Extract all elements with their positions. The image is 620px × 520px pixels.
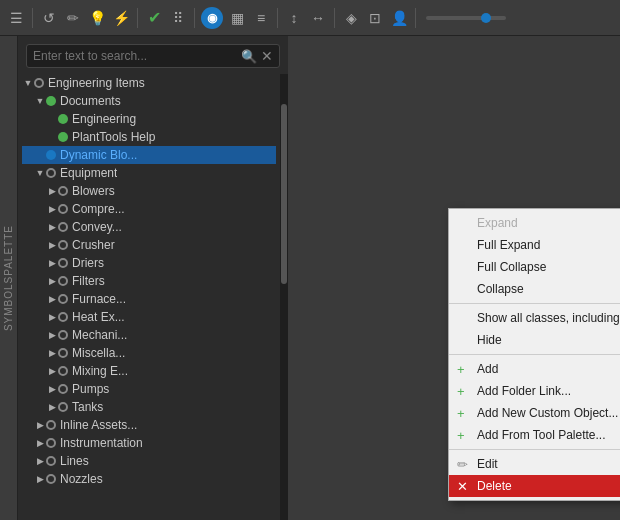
tree-item-filters[interactable]: ▶Filters [22,272,276,290]
tree-item-lines[interactable]: ▶Lines [22,452,276,470]
context-menu-label: Delete [477,479,512,493]
tree-item-engineering[interactable]: Engineering [22,110,276,128]
canvas-area[interactable]: ExpandFull ExpandFull CollapseCollapseSh… [288,36,620,520]
tree-dot-outline [46,168,56,178]
toolbar-separator-4 [277,8,278,28]
tree-item-inline-assets[interactable]: ▶Inline Assets... [22,416,276,434]
tree-item-nozzles[interactable]: ▶Nozzles [22,470,276,488]
shape-icon[interactable]: ◉ [201,7,223,29]
tree-item-tanks[interactable]: ▶Tanks [22,398,276,416]
context-menu-label: Add Folder Link... [477,384,571,398]
tree-arrow-icon[interactable]: ▶ [46,222,58,232]
refresh-icon[interactable]: ↺ [39,8,59,28]
grid2-icon[interactable]: ⊡ [365,8,385,28]
tree-arrow-icon[interactable]: ▶ [46,402,58,412]
tree-arrow-icon[interactable]: ▶ [46,204,58,214]
tree-arrow-icon[interactable]: ▼ [22,78,34,88]
tree-item-pumps[interactable]: ▶Pumps [22,380,276,398]
dots-icon[interactable]: ⠿ [168,8,188,28]
tree-item-instrumentation[interactable]: ▶Instrumentation [22,434,276,452]
tree-arrow-icon[interactable]: ▶ [34,420,46,430]
arrows-updown-icon[interactable]: ↕ [284,8,304,28]
tree-dot-outline [58,258,68,268]
tree-item-planttools[interactable]: PlantTools Help [22,128,276,146]
tree-arrow-icon[interactable]: ▶ [46,276,58,286]
context-menu-item-hide[interactable]: Hide [449,329,620,351]
tree-item-mixing-e[interactable]: ▶Mixing E... [22,362,276,380]
zoom-slider[interactable] [426,16,506,20]
tree-item-label: Filters [72,274,105,288]
bolt-icon[interactable]: ⚡ [111,8,131,28]
tree-item-label: Equipment [60,166,117,180]
tree-item-dynamic-blo[interactable]: Dynamic Blo... [22,146,276,164]
tree-arrow-icon[interactable]: ▶ [46,384,58,394]
layers-icon[interactable]: ◈ [341,8,361,28]
context-menu-icon: + [457,406,465,421]
tree-item-label: PlantTools Help [72,130,155,144]
menu-icon[interactable]: ☰ [6,8,26,28]
tree-item-label: Instrumentation [60,436,143,450]
tree-arrow-icon[interactable]: ▶ [34,438,46,448]
context-menu-item-add-folder-link[interactable]: +Add Folder Link... [449,380,620,402]
tree-arrow-icon[interactable]: ▶ [46,294,58,304]
scroll-track [280,74,288,520]
tree-item-convey[interactable]: ▶Convey... [22,218,276,236]
tree-arrow-icon[interactable]: ▶ [46,348,58,358]
tree-item-label: Tanks [72,400,103,414]
tree-item-equipment[interactable]: ▼Equipment [22,164,276,182]
tree-arrow-icon[interactable]: ▶ [46,258,58,268]
tree-arrow-icon[interactable]: ▶ [34,456,46,466]
tree-item-blowers[interactable]: ▶Blowers [22,182,276,200]
context-menu-item-collapse[interactable]: Collapse [449,278,620,300]
grid-icon[interactable]: ▦ [227,8,247,28]
context-menu-item-add-new-custom[interactable]: +Add New Custom Object...▶ [449,402,620,424]
bulb-icon[interactable]: 💡 [87,8,107,28]
context-menu-label: Add From Tool Palette... [477,428,606,442]
tree-item-furnace[interactable]: ▶Furnace... [22,290,276,308]
lines-icon[interactable]: ≡ [251,8,271,28]
user-icon[interactable]: 👤 [389,8,409,28]
tree-arrow-icon[interactable]: ▶ [46,240,58,250]
tree-arrow-icon[interactable]: ▶ [46,186,58,196]
context-menu-label: Full Expand [477,238,540,252]
context-menu-item-delete[interactable]: ✕Delete [449,475,620,497]
context-menu-item-add-from-palette[interactable]: +Add From Tool Palette... [449,424,620,446]
tree-item-heat-ex[interactable]: ▶Heat Ex... [22,308,276,326]
tree-arrow-icon[interactable]: ▶ [46,330,58,340]
context-menu-icon: + [457,384,465,399]
tree-dot-outline [46,456,56,466]
context-menu-item-edit[interactable]: ✏Edit [449,453,620,475]
tree-item-label: Crusher [72,238,115,252]
pencil-icon[interactable]: ✏ [63,8,83,28]
toolbar-separator-5 [334,8,335,28]
scroll-thumb[interactable] [281,104,287,284]
tree-item-label: Nozzles [60,472,103,486]
search-clear-button[interactable]: ✕ [261,48,273,64]
tree-item-label: Furnace... [72,292,126,306]
search-input[interactable] [33,49,237,63]
tree-item-driers[interactable]: ▶Driers [22,254,276,272]
context-menu-item-show-all-classes[interactable]: Show all classes, including the hidden o… [449,307,620,329]
tree-arrow-icon[interactable]: ▶ [46,312,58,322]
tree-arrow-icon[interactable]: ▶ [34,474,46,484]
checkmark-icon[interactable]: ✔ [144,8,164,28]
context-menu-item-add[interactable]: +Add [449,358,620,380]
context-menu-item-full-collapse[interactable]: Full Collapse [449,256,620,278]
tree-item-eng-items[interactable]: ▼Engineering Items [22,74,276,92]
tree-item-label: Documents [60,94,121,108]
tree-item-mechani[interactable]: ▶Mechani... [22,326,276,344]
tree-item-miscella[interactable]: ▶Miscella... [22,344,276,362]
tree-arrow-icon[interactable]: ▶ [46,366,58,376]
tree-dot-outline [58,186,68,196]
context-menu-label: Edit [477,457,498,471]
tree-item-documents[interactable]: ▼Documents [22,92,276,110]
tree-item-crusher[interactable]: ▶Crusher [22,236,276,254]
tree-item-compre[interactable]: ▶Compre... [22,200,276,218]
context-menu-item-full-expand[interactable]: Full Expand [449,234,620,256]
context-menu-item-expand: Expand [449,212,620,234]
tree-arrow-icon[interactable]: ▼ [34,96,46,106]
tree-arrow-icon[interactable]: ▼ [34,168,46,178]
arrows-lr-icon[interactable]: ↔ [308,8,328,28]
context-menu-separator [449,354,620,355]
tree-dot-outline [58,402,68,412]
